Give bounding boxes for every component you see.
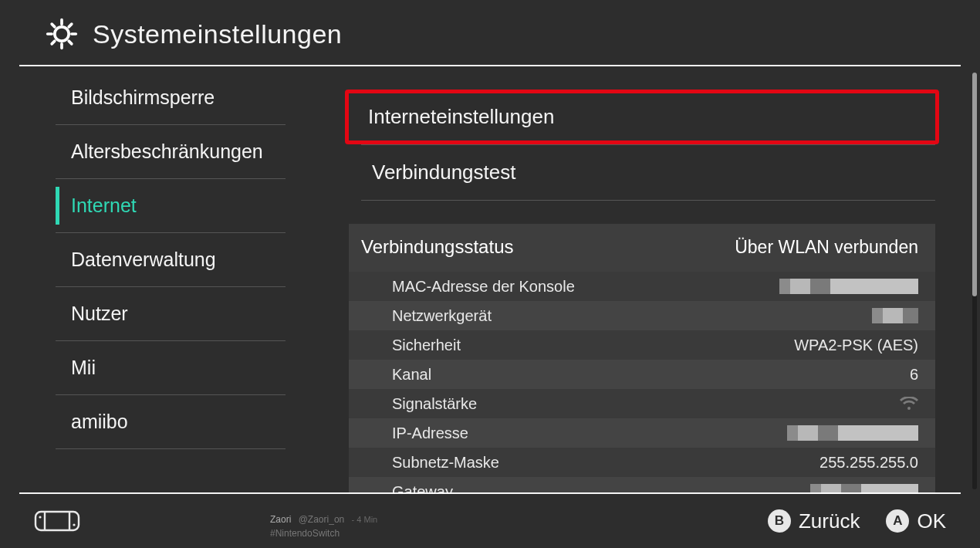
connection-status-header: Verbindungsstatus Über WLAN verbunden (349, 224, 935, 272)
info-label: Signalstärke (392, 395, 477, 413)
svg-point-13 (73, 523, 75, 526)
info-value-redacted (779, 279, 918, 294)
sidebar-item-amiibo[interactable]: amiibo (0, 395, 309, 448)
connection-status-value: Über WLAN verbunden (735, 237, 918, 258)
ok-label: OK (917, 509, 946, 533)
controller-icon (34, 510, 80, 532)
back-button-hint[interactable]: B Zurück (768, 509, 860, 533)
info-row-ssid: Netzwerkgerät (349, 301, 935, 330)
footer: Zaori @Zaori_on - 4 Min #NintendoSwitch … (0, 494, 980, 548)
info-value: 6 (910, 366, 918, 384)
overlay-user: Zaori (270, 514, 291, 525)
info-label: Netzwerkgerät (392, 307, 492, 325)
info-value: 255.255.255.0 (819, 454, 918, 472)
svg-line-8 (52, 41, 55, 44)
sidebar-item-parental-controls[interactable]: Altersbeschränkungen (0, 125, 309, 178)
info-value: WPA2-PSK (AES) (794, 337, 918, 354)
svg-line-7 (69, 24, 72, 27)
page-title: Systemeinstellungen (93, 19, 342, 49)
sidebar: Bildschirmsperre Altersbeschränkungen In… (0, 68, 309, 494)
info-label: IP-Adresse (392, 425, 468, 442)
info-row-ip: IP-Adresse (349, 418, 935, 448)
info-label: Sicherheit (392, 337, 461, 354)
sidebar-item-mii[interactable]: Mii (0, 341, 309, 394)
internet-settings-button[interactable]: Interneteinstellungen (345, 90, 939, 144)
header: Systemeinstellungen (0, 0, 980, 65)
info-row-channel: Kanal 6 (349, 360, 935, 389)
b-button-icon: B (768, 509, 791, 533)
scrollbar[interactable] (972, 73, 977, 489)
connection-test-button[interactable]: Verbindungstest (349, 145, 935, 200)
svg-rect-9 (35, 512, 79, 530)
overlay-handle: @Zaori_on (299, 514, 345, 525)
sidebar-item-internet[interactable]: Internet (0, 179, 309, 232)
info-value-redacted (872, 308, 918, 323)
header-divider (19, 65, 961, 66)
menu-divider (361, 200, 935, 201)
sidebar-item-users[interactable]: Nutzer (0, 287, 309, 340)
main-panel: Interneteinstellungen Verbindungstest Ve… (309, 68, 966, 494)
svg-line-5 (52, 24, 55, 27)
info-row-mac: MAC-Adresse der Konsole (349, 272, 935, 301)
overlay-time: - 4 Min (352, 515, 378, 524)
connection-status-title: Verbindungsstatus (361, 236, 513, 258)
svg-line-6 (69, 41, 72, 44)
info-row-signal: Signalstärke (349, 389, 935, 418)
info-label: Kanal (392, 366, 431, 384)
info-row-security: Sicherheit WPA2-PSK (AES) (349, 330, 935, 360)
info-row-gateway: Gateway (349, 477, 935, 494)
a-button-icon: A (886, 509, 909, 533)
overlay-text: Zaori @Zaori_on - 4 Min #NintendoSwitch (270, 512, 377, 540)
scrollbar-thumb[interactable] (972, 73, 977, 296)
sidebar-item-data-management[interactable]: Datenverwaltung (0, 233, 309, 286)
wifi-icon (900, 397, 918, 411)
back-label: Zurück (799, 509, 860, 533)
info-label: MAC-Adresse der Konsole (392, 278, 575, 296)
sidebar-item-screen-lock[interactable]: Bildschirmsperre (0, 71, 309, 124)
svg-point-12 (39, 516, 41, 518)
svg-point-0 (55, 27, 69, 41)
ok-button-hint[interactable]: A OK (886, 509, 946, 533)
connection-status-block: Verbindungsstatus Über WLAN verbunden MA… (349, 224, 935, 494)
gear-icon (45, 17, 79, 51)
info-label: Subnetz-Maske (392, 454, 499, 472)
sidebar-divider (56, 448, 286, 449)
info-row-subnet: Subnetz-Maske 255.255.255.0 (349, 448, 935, 477)
info-value-redacted (787, 425, 918, 441)
overlay-tag: #NintendoSwitch (270, 528, 340, 539)
